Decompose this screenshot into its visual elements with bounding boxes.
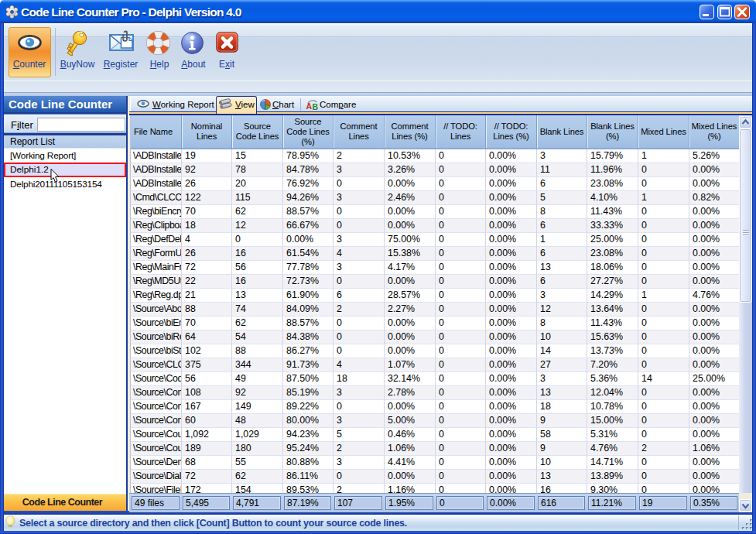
svg-text:B: B <box>313 102 319 111</box>
svg-text:A: A <box>306 101 313 111</box>
